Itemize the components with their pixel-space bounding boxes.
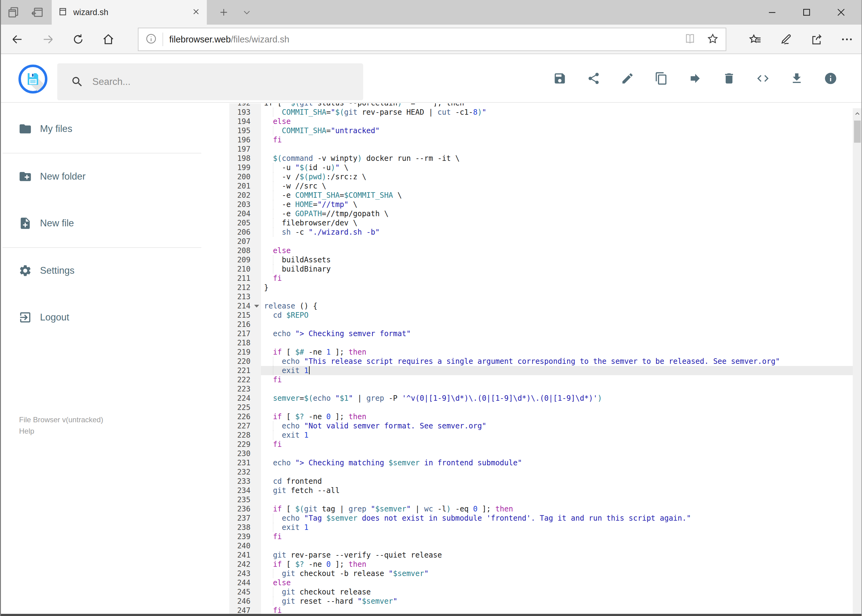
code-line-237[interactable]: 237 echo "Tag $semver does not exist in … — [229, 514, 853, 523]
code-line-233[interactable]: 233 cd frontend — [229, 477, 853, 486]
code-line-247[interactable]: 247 fi — [229, 606, 853, 615]
code-text[interactable]: -e COMMIT_SHA=$COMMIT_SHA \ — [261, 191, 853, 200]
code-line-211[interactable]: 211 fi — [229, 274, 853, 283]
code-text[interactable]: -e HOME="//tmp" \ — [261, 200, 853, 209]
code-line-217[interactable]: 217 echo "> Checking semver format" — [229, 329, 853, 338]
code-text[interactable] — [261, 449, 853, 458]
tab-dropdown-icon[interactable] — [238, 4, 256, 20]
code-line-203[interactable]: 203 -e HOME="//tmp" \ — [229, 200, 853, 209]
code-text[interactable]: echo "> Checking semver format" — [261, 329, 853, 338]
code-line-207[interactable]: 207 — [229, 237, 853, 246]
code-line-192[interactable]: 192if [ "$(git status --porcelain)" = ""… — [229, 103, 853, 108]
code-text[interactable]: fi — [261, 274, 853, 283]
code-text[interactable] — [261, 338, 853, 347]
delete-button[interactable] — [722, 72, 736, 85]
search-input[interactable] — [92, 76, 339, 88]
code-text[interactable]: release () { — [261, 302, 853, 311]
code-line-202[interactable]: 202 -e COMMIT_SHA=$COMMIT_SHA \ — [229, 191, 853, 200]
code-text[interactable] — [261, 237, 853, 246]
code-text[interactable]: git checkout -b release "$semver" — [261, 569, 853, 578]
code-line-193[interactable]: 193 COMMIT_SHA="$(git rev-parse HEAD | c… — [229, 108, 853, 117]
code-text[interactable]: echo "This release script requires a sin… — [261, 357, 853, 366]
scroll-up-icon[interactable] — [853, 108, 862, 119]
code-line-239[interactable]: 239 fi — [229, 532, 853, 541]
code-line-220[interactable]: 220 echo "This release script requires a… — [229, 357, 853, 366]
code-text[interactable]: buildBinary — [261, 264, 853, 274]
share-page-icon[interactable] — [808, 31, 826, 48]
sidebar-item-my-files[interactable]: My files — [0, 112, 203, 146]
code-text[interactable]: COMMIT_SHA="untracked" — [261, 126, 853, 135]
code-text[interactable]: echo "Tag $semver does not exist in subm… — [261, 514, 853, 523]
code-line-208[interactable]: 208 else — [229, 246, 853, 255]
code-line-229[interactable]: 229 fi — [229, 440, 853, 449]
code-line-240[interactable]: 240 — [229, 541, 853, 550]
code-line-234[interactable]: 234 git fetch --all — [229, 486, 853, 495]
code-text[interactable]: COMMIT_SHA="$(git rev-parse HEAD | cut -… — [261, 108, 853, 117]
code-text[interactable]: if [ "$(git status --porcelain)" = "" ];… — [261, 103, 853, 108]
tab-close-icon[interactable] — [192, 8, 200, 17]
code-text[interactable]: } — [261, 283, 853, 292]
code-text[interactable]: echo "> Checking matching $semver in fro… — [261, 458, 853, 467]
code-line-201[interactable]: 201 -w //src \ — [229, 181, 853, 191]
code-line-238[interactable]: 238 exit 1 — [229, 523, 853, 532]
new-tab-button[interactable] — [214, 4, 234, 20]
browser-tab[interactable]: wizard.sh — [52, 0, 207, 25]
code-text[interactable]: exit 1 — [261, 366, 853, 375]
code-text[interactable]: else — [261, 246, 853, 255]
code-line-205[interactable]: 205 filebrowser/dev \ — [229, 218, 853, 228]
code-text[interactable]: if [ $? -ne 0 ]; then — [261, 412, 853, 421]
code-text[interactable]: -v /$(pwd):/src:z \ — [261, 172, 853, 181]
code-text[interactable]: -e GOPATH=//tmp/gopath \ — [261, 209, 853, 218]
code-text[interactable]: cd frontend — [261, 477, 853, 486]
annotate-pen-icon[interactable] — [777, 31, 794, 48]
code-line-210[interactable]: 210 buildBinary — [229, 264, 853, 274]
code-text[interactable] — [261, 320, 853, 329]
code-line-209[interactable]: 209 buildAssets — [229, 255, 853, 264]
more-options-icon[interactable] — [838, 31, 856, 48]
code-text[interactable]: if [ $# -ne 1 ]; then — [261, 347, 853, 357]
close-window-button[interactable] — [824, 0, 858, 25]
code-text[interactable]: git fetch --all — [261, 486, 853, 495]
code-text[interactable]: else — [261, 117, 853, 126]
code-text[interactable]: git rev-parse --verify --quiet release — [261, 550, 853, 560]
code-line-218[interactable]: 218 — [229, 338, 853, 347]
sidebar-item-logout[interactable]: Logout — [0, 300, 203, 334]
code-text[interactable]: fi — [261, 606, 853, 615]
info-button[interactable] — [824, 72, 837, 85]
code-text[interactable]: buildAssets — [261, 255, 853, 264]
sidebar-item-settings[interactable]: Settings — [0, 254, 203, 288]
code-text[interactable]: $(command -v winpty) docker run --rm -it… — [261, 154, 853, 163]
code-line-195[interactable]: 195 COMMIT_SHA="untracked" — [229, 126, 853, 135]
code-editor[interactable]: 192if [ "$(git status --porcelain)" = ""… — [229, 103, 853, 615]
download-button[interactable] — [790, 72, 804, 85]
add-favorite-star-icon[interactable] — [707, 33, 719, 46]
code-text[interactable]: echo "Not valid semver format. See semve… — [261, 421, 853, 431]
save-button[interactable] — [553, 72, 567, 85]
code-text[interactable]: fi — [261, 532, 853, 541]
code-text[interactable] — [261, 145, 853, 154]
code-line-216[interactable]: 216 — [229, 320, 853, 329]
code-text[interactable]: else — [261, 578, 853, 588]
code-line-219[interactable]: 219 if [ $# -ne 1 ]; then — [229, 347, 853, 357]
code-text[interactable]: -w //src \ — [261, 181, 853, 191]
code-text[interactable]: semver=$(echo "$1" | grep -P '^v(0|[1-9]… — [261, 394, 853, 403]
forward-button[interactable] — [39, 31, 57, 48]
code-text[interactable]: fi — [261, 375, 853, 384]
code-text[interactable]: fi — [261, 440, 853, 449]
code-text[interactable]: sh -c "./wizard.sh -b" — [261, 228, 853, 237]
address-bar[interactable]: filebrowser.web/files/wizard.sh — [138, 28, 726, 51]
code-line-231[interactable]: 231 echo "> Checking matching $semver in… — [229, 458, 853, 467]
code-line-204[interactable]: 204 -e GOPATH=//tmp/gopath \ — [229, 209, 853, 218]
code-line-227[interactable]: 227 echo "Not valid semver format. See s… — [229, 421, 853, 431]
code-line-197[interactable]: 197 — [229, 145, 853, 154]
code-line-232[interactable]: 232 — [229, 467, 853, 477]
code-text[interactable]: filebrowser/dev \ — [261, 218, 853, 228]
site-info-icon[interactable] — [145, 33, 157, 46]
search-bar[interactable] — [57, 63, 363, 100]
fold-arrow-icon[interactable] — [254, 305, 259, 308]
code-line-243[interactable]: 243 git checkout -b release "$semver" — [229, 569, 853, 578]
code-line-236[interactable]: 236 if [ $(git tag | grep "$semver" | wc… — [229, 504, 853, 514]
share-button[interactable] — [587, 72, 600, 85]
code-line-226[interactable]: 226 if [ $? -ne 0 ]; then — [229, 412, 853, 421]
code-line-214[interactable]: 214release () { — [229, 302, 853, 311]
